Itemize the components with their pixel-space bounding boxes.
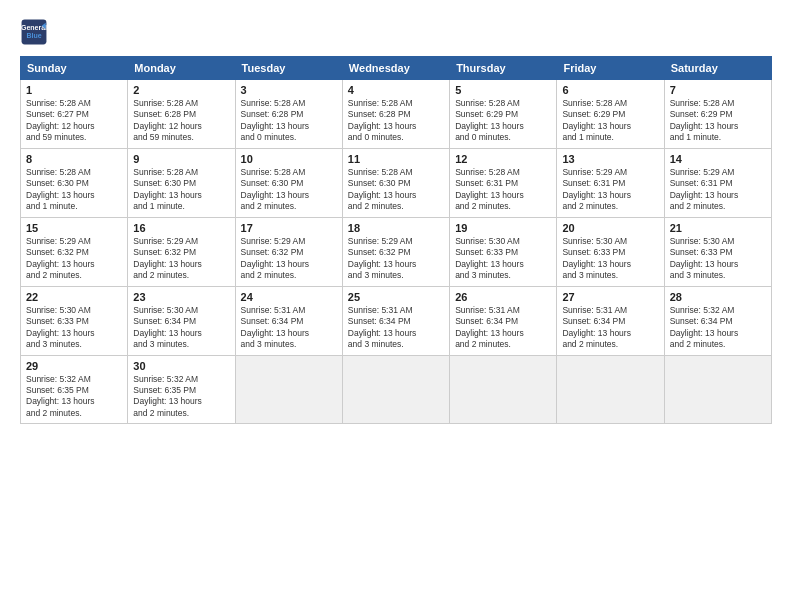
day-number: 1 [26,84,122,96]
day-number: 20 [562,222,658,234]
calendar-cell: 17Sunrise: 5:29 AMSunset: 6:32 PMDayligh… [235,217,342,286]
day-info: Sunrise: 5:28 AMSunset: 6:30 PMDaylight:… [26,167,122,213]
day-info: Sunrise: 5:28 AMSunset: 6:31 PMDaylight:… [455,167,551,213]
calendar-cell: 3Sunrise: 5:28 AMSunset: 6:28 PMDaylight… [235,80,342,149]
weekday-header-wednesday: Wednesday [342,57,449,80]
calendar-cell [342,355,449,424]
calendar-cell: 6Sunrise: 5:28 AMSunset: 6:29 PMDaylight… [557,80,664,149]
logo-icon: General Blue [20,18,48,46]
day-number: 4 [348,84,444,96]
calendar-cell [664,355,771,424]
day-number: 15 [26,222,122,234]
day-info: Sunrise: 5:29 AMSunset: 6:32 PMDaylight:… [348,236,444,282]
calendar-cell: 2Sunrise: 5:28 AMSunset: 6:28 PMDaylight… [128,80,235,149]
day-number: 11 [348,153,444,165]
calendar-cell [450,355,557,424]
day-info: Sunrise: 5:28 AMSunset: 6:28 PMDaylight:… [133,98,229,144]
calendar-cell: 21Sunrise: 5:30 AMSunset: 6:33 PMDayligh… [664,217,771,286]
day-info: Sunrise: 5:31 AMSunset: 6:34 PMDaylight:… [562,305,658,351]
day-number: 12 [455,153,551,165]
day-info: Sunrise: 5:29 AMSunset: 6:32 PMDaylight:… [26,236,122,282]
day-number: 13 [562,153,658,165]
calendar-cell: 1Sunrise: 5:28 AMSunset: 6:27 PMDaylight… [21,80,128,149]
calendar-cell: 7Sunrise: 5:28 AMSunset: 6:29 PMDaylight… [664,80,771,149]
logo: General Blue [20,18,48,46]
calendar-cell: 13Sunrise: 5:29 AMSunset: 6:31 PMDayligh… [557,148,664,217]
day-info: Sunrise: 5:28 AMSunset: 6:30 PMDaylight:… [133,167,229,213]
day-number: 9 [133,153,229,165]
day-info: Sunrise: 5:31 AMSunset: 6:34 PMDaylight:… [455,305,551,351]
calendar-cell: 14Sunrise: 5:29 AMSunset: 6:31 PMDayligh… [664,148,771,217]
day-info: Sunrise: 5:28 AMSunset: 6:30 PMDaylight:… [348,167,444,213]
weekday-header-sunday: Sunday [21,57,128,80]
day-number: 5 [455,84,551,96]
calendar-cell: 18Sunrise: 5:29 AMSunset: 6:32 PMDayligh… [342,217,449,286]
weekday-header-row: SundayMondayTuesdayWednesdayThursdayFrid… [21,57,772,80]
calendar-cell: 16Sunrise: 5:29 AMSunset: 6:32 PMDayligh… [128,217,235,286]
calendar-cell: 26Sunrise: 5:31 AMSunset: 6:34 PMDayligh… [450,286,557,355]
calendar-cell: 25Sunrise: 5:31 AMSunset: 6:34 PMDayligh… [342,286,449,355]
day-info: Sunrise: 5:29 AMSunset: 6:31 PMDaylight:… [562,167,658,213]
day-info: Sunrise: 5:30 AMSunset: 6:33 PMDaylight:… [455,236,551,282]
day-info: Sunrise: 5:28 AMSunset: 6:27 PMDaylight:… [26,98,122,144]
calendar-cell: 27Sunrise: 5:31 AMSunset: 6:34 PMDayligh… [557,286,664,355]
day-info: Sunrise: 5:28 AMSunset: 6:29 PMDaylight:… [562,98,658,144]
day-info: Sunrise: 5:30 AMSunset: 6:33 PMDaylight:… [26,305,122,351]
day-info: Sunrise: 5:28 AMSunset: 6:29 PMDaylight:… [670,98,766,144]
day-number: 3 [241,84,337,96]
day-number: 6 [562,84,658,96]
calendar-cell: 22Sunrise: 5:30 AMSunset: 6:33 PMDayligh… [21,286,128,355]
day-number: 21 [670,222,766,234]
day-number: 30 [133,360,229,372]
day-number: 7 [670,84,766,96]
day-info: Sunrise: 5:31 AMSunset: 6:34 PMDaylight:… [241,305,337,351]
weekday-header-tuesday: Tuesday [235,57,342,80]
calendar-cell: 20Sunrise: 5:30 AMSunset: 6:33 PMDayligh… [557,217,664,286]
day-info: Sunrise: 5:28 AMSunset: 6:28 PMDaylight:… [241,98,337,144]
day-info: Sunrise: 5:29 AMSunset: 6:32 PMDaylight:… [241,236,337,282]
header: General Blue [20,18,772,46]
calendar-cell: 23Sunrise: 5:30 AMSunset: 6:34 PMDayligh… [128,286,235,355]
day-number: 17 [241,222,337,234]
calendar-cell: 12Sunrise: 5:28 AMSunset: 6:31 PMDayligh… [450,148,557,217]
day-number: 29 [26,360,122,372]
day-info: Sunrise: 5:28 AMSunset: 6:30 PMDaylight:… [241,167,337,213]
day-number: 14 [670,153,766,165]
day-number: 24 [241,291,337,303]
day-number: 22 [26,291,122,303]
day-info: Sunrise: 5:32 AMSunset: 6:34 PMDaylight:… [670,305,766,351]
calendar-week-row: 8Sunrise: 5:28 AMSunset: 6:30 PMDaylight… [21,148,772,217]
day-info: Sunrise: 5:32 AMSunset: 6:35 PMDaylight:… [133,374,229,420]
day-number: 16 [133,222,229,234]
calendar-body: 1Sunrise: 5:28 AMSunset: 6:27 PMDaylight… [21,80,772,424]
svg-text:Blue: Blue [26,32,41,39]
calendar-cell: 9Sunrise: 5:28 AMSunset: 6:30 PMDaylight… [128,148,235,217]
calendar-cell [557,355,664,424]
calendar-cell: 29Sunrise: 5:32 AMSunset: 6:35 PMDayligh… [21,355,128,424]
calendar-cell: 10Sunrise: 5:28 AMSunset: 6:30 PMDayligh… [235,148,342,217]
calendar-cell: 4Sunrise: 5:28 AMSunset: 6:28 PMDaylight… [342,80,449,149]
calendar-cell [235,355,342,424]
day-number: 2 [133,84,229,96]
day-info: Sunrise: 5:28 AMSunset: 6:29 PMDaylight:… [455,98,551,144]
weekday-header-saturday: Saturday [664,57,771,80]
day-info: Sunrise: 5:29 AMSunset: 6:31 PMDaylight:… [670,167,766,213]
day-number: 26 [455,291,551,303]
calendar-cell: 24Sunrise: 5:31 AMSunset: 6:34 PMDayligh… [235,286,342,355]
page: General Blue SundayMondayTuesdayWednesda… [0,0,792,612]
day-info: Sunrise: 5:30 AMSunset: 6:33 PMDaylight:… [562,236,658,282]
calendar-week-row: 1Sunrise: 5:28 AMSunset: 6:27 PMDaylight… [21,80,772,149]
calendar-table: SundayMondayTuesdayWednesdayThursdayFrid… [20,56,772,424]
calendar-cell: 8Sunrise: 5:28 AMSunset: 6:30 PMDaylight… [21,148,128,217]
day-info: Sunrise: 5:32 AMSunset: 6:35 PMDaylight:… [26,374,122,420]
day-number: 23 [133,291,229,303]
weekday-header-thursday: Thursday [450,57,557,80]
day-info: Sunrise: 5:29 AMSunset: 6:32 PMDaylight:… [133,236,229,282]
day-number: 27 [562,291,658,303]
day-info: Sunrise: 5:28 AMSunset: 6:28 PMDaylight:… [348,98,444,144]
day-number: 25 [348,291,444,303]
calendar-cell: 19Sunrise: 5:30 AMSunset: 6:33 PMDayligh… [450,217,557,286]
day-number: 8 [26,153,122,165]
weekday-header-monday: Monday [128,57,235,80]
day-info: Sunrise: 5:31 AMSunset: 6:34 PMDaylight:… [348,305,444,351]
